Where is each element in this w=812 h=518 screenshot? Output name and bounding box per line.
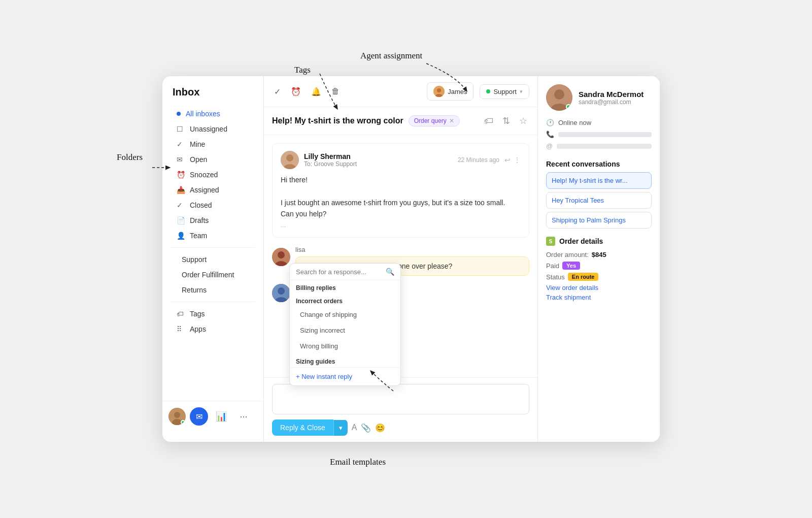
sidebar-mailbox-order-fulfillment[interactable]: Order Fulfillment <box>166 267 259 282</box>
transfer-icon[interactable]: ⇅ <box>500 113 512 128</box>
contact-status: Online now <box>558 119 591 126</box>
template-item-sizing-incorrect[interactable]: Sizing incorrect <box>290 322 400 338</box>
attachment-icon[interactable]: 📎 <box>361 423 371 433</box>
sidebar-item-assigned[interactable]: 📥 Assigned <box>166 182 259 198</box>
svg-point-10 <box>278 251 285 258</box>
format-text-icon[interactable]: A <box>352 423 357 432</box>
reply-icon[interactable]: ↩ <box>504 156 511 164</box>
template-item-change-shipping[interactable]: Change of shipping <box>290 307 400 322</box>
toolbar-check-icon[interactable]: ✓ <box>272 85 283 99</box>
phone-bar <box>558 132 652 137</box>
sidebar-mailbox-support[interactable]: Support <box>166 252 259 267</box>
reply-main-button[interactable]: Reply & Close <box>272 419 333 436</box>
more-button[interactable]: ··· <box>234 407 253 426</box>
annotation-email-templates: Email templates <box>330 457 386 467</box>
recent-conv-2-label: Hey Tropical Tees <box>552 197 604 204</box>
main-content: ✓ ⏰ 🔔 🗑 James Support ▾ <box>264 76 538 442</box>
annotation-folders: Folders <box>117 152 143 163</box>
more-dots-icon[interactable]: ⋮ <box>514 156 521 164</box>
sidebar-item-all-inboxes[interactable]: All inboxes <box>166 106 259 121</box>
message-sender-info: Lilly Sherman To: Groove Support <box>304 152 357 168</box>
reply-area: Reply & Close ▾ A 📎 😊 🔍 Billing replies … <box>264 377 537 442</box>
contact-avatar <box>546 84 572 111</box>
sidebar-closed-label: Closed <box>190 201 212 209</box>
compose-button[interactable]: ✉ <box>190 407 208 426</box>
annotation-tags: Tags <box>294 65 311 75</box>
user-status-dot <box>181 420 185 425</box>
recent-conv-3-label: Shipping to Palm Springs <box>552 216 626 224</box>
email-bar <box>557 144 652 149</box>
sidebar-title: Inbox <box>162 86 263 106</box>
template-item-wrong-billing[interactable]: Wrong billing <box>290 338 400 354</box>
sidebar-tags-label: Tags <box>190 310 205 318</box>
sidebar-item-apps[interactable]: ⠿ Apps <box>166 321 259 337</box>
sidebar-unassigned-label: Unassigned <box>190 125 227 133</box>
snoozed-icon: ⏰ <box>177 171 185 179</box>
msg-line1: Hi there! <box>281 174 521 185</box>
sidebar-assigned-label: Assigned <box>190 186 219 194</box>
sender-to-1: To: Groove Support <box>304 160 357 168</box>
lilly-avatar <box>281 151 299 169</box>
agent-avatar <box>433 86 445 97</box>
sidebar-item-open[interactable]: ✉ Open <box>166 152 259 167</box>
recent-conv-1[interactable]: Help! My t-shirt is the wr... <box>546 172 652 189</box>
recent-conv-3[interactable]: Shipping to Palm Springs <box>546 212 652 229</box>
sidebar-item-unassigned[interactable]: ☐ Unassigned <box>166 121 259 137</box>
at-icon: @ <box>546 142 553 150</box>
message-more-1[interactable]: ··· <box>281 223 521 230</box>
tag-close-icon[interactable]: ✕ <box>449 117 454 124</box>
sidebar-item-tags[interactable]: 🏷 Tags <box>166 306 259 321</box>
svg-point-13 <box>278 287 285 295</box>
contact-email: sandra@gmail.com <box>579 99 644 106</box>
conversation-header: Help! My t-shirt is the wrong color Orde… <box>264 107 537 135</box>
reply-close-button[interactable]: Reply & Close ▾ <box>272 419 348 436</box>
tag-badge: Order query ✕ <box>409 115 460 126</box>
sidebar-item-mine[interactable]: ✓ Mine <box>166 137 259 152</box>
sidebar-team-label: Team <box>190 232 207 240</box>
message-header-1: Lilly Sherman To: Groove Support 22 Minu… <box>281 151 521 169</box>
user-avatar <box>168 408 186 425</box>
sidebar-item-closed[interactable]: ✓ Closed <box>166 198 259 213</box>
templates-search-input[interactable] <box>296 268 383 276</box>
sidebar-item-drafts[interactable]: 📄 Drafts <box>166 213 259 228</box>
mine-icon: ✓ <box>177 140 185 148</box>
assigned-icon: 📥 <box>177 186 185 194</box>
contact-status-row: 🕐 Online now <box>546 117 652 128</box>
star-icon[interactable]: ☆ <box>517 113 529 128</box>
template-section-billing: Billing replies <box>290 280 400 294</box>
sidebar-open-label: Open <box>190 155 207 164</box>
track-shipment-link[interactable]: Track shipment <box>546 294 652 301</box>
team-chevron-icon: ▾ <box>520 88 523 95</box>
recent-conv-2[interactable]: Hey Tropical Tees <box>546 192 652 209</box>
sidebar-item-snoozed[interactable]: ⏰ Snoozed <box>166 167 259 182</box>
contact-online-dot <box>566 104 571 110</box>
sidebar-all-inboxes-label: All inboxes <box>186 110 220 118</box>
recent-conversations-title: Recent conversations <box>546 160 652 168</box>
sidebar-mine-label: Mine <box>190 140 205 148</box>
tags-action-icon[interactable]: 🏷 <box>482 114 495 128</box>
closed-icon: ✓ <box>177 201 185 209</box>
unassigned-icon: ☐ <box>177 125 185 133</box>
order-status-row: Status En route <box>546 273 652 281</box>
conversation-toolbar: ✓ ⏰ 🔔 🗑 James Support ▾ <box>264 76 537 107</box>
order-status-badge: En route <box>568 273 599 281</box>
order-title: Order details <box>559 237 603 245</box>
phone-icon: 📞 <box>546 131 554 138</box>
emoji-icon[interactable]: 😊 <box>375 423 385 433</box>
reply-box[interactable] <box>272 384 529 414</box>
template-new-button[interactable]: + New instant reply <box>290 367 400 385</box>
toolbar-trash-icon[interactable]: 🗑 <box>329 85 342 98</box>
sidebar-mailbox-returns[interactable]: Returns <box>166 282 259 298</box>
sidebar-snoozed-label: Snoozed <box>190 171 218 179</box>
toolbar-bell-icon[interactable]: 🔔 <box>309 85 323 99</box>
toolbar-clock-icon[interactable]: ⏰ <box>289 85 303 99</box>
team-icon: 👤 <box>177 232 185 240</box>
reply-dropdown-button[interactable]: ▾ <box>333 420 348 436</box>
team-button[interactable]: Support ▾ <box>480 84 529 99</box>
stats-button[interactable]: 📊 <box>212 407 230 426</box>
view-order-details-link[interactable]: View order details <box>546 284 652 292</box>
sidebar-item-team[interactable]: 👤 Team <box>166 228 259 243</box>
agent-assignment-button[interactable]: James <box>427 82 473 101</box>
order-paid-label: Paid <box>546 262 559 270</box>
team-label: Support <box>493 88 517 95</box>
